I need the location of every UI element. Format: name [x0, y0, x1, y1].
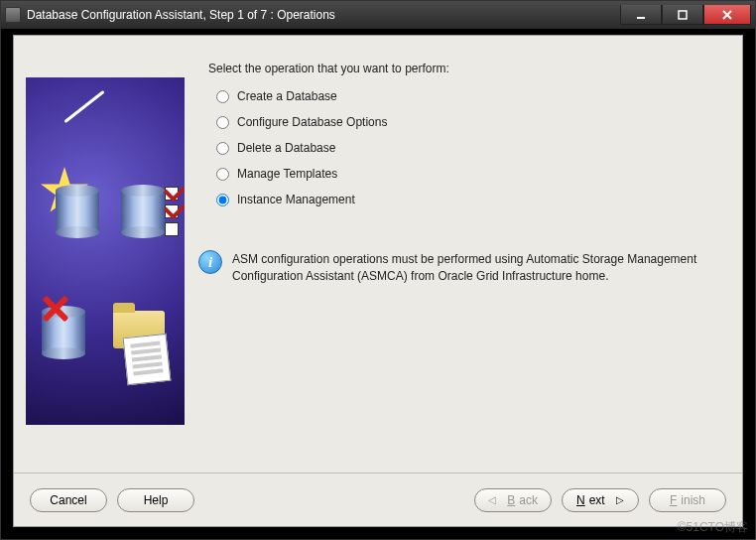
option-label: Delete a Database: [237, 141, 335, 155]
prompt-label: Select the operation that you want to pe…: [208, 62, 720, 75]
delete-x-icon: [42, 294, 69, 322]
info-text: ASM configuration operations must be per…: [232, 250, 720, 286]
maximize-button[interactable]: [662, 5, 703, 25]
back-button[interactable]: ◁ Back: [474, 488, 552, 512]
client-area: Select the operation that you want to pe…: [7, 29, 749, 533]
radio-configure-database[interactable]: [216, 116, 229, 129]
minimize-button[interactable]: [620, 5, 662, 25]
option-configure-database[interactable]: Configure Database Options: [216, 115, 720, 129]
button-bar: Cancel Help ◁ Back Next ▷ Finish: [14, 472, 742, 526]
option-label: Instance Management: [237, 193, 355, 206]
option-label: Configure Database Options: [237, 115, 387, 129]
finish-button: Finish: [649, 488, 726, 512]
content-area: Select the operation that you want to pe…: [13, 35, 743, 527]
radio-delete-database[interactable]: [216, 142, 229, 155]
next-button[interactable]: Next ▷: [562, 488, 639, 512]
chevron-left-icon: ◁: [488, 494, 496, 505]
form-area: Select the operation that you want to pe…: [185, 48, 730, 467]
option-delete-database[interactable]: Delete a Database: [216, 141, 720, 155]
help-button[interactable]: Help: [117, 488, 194, 512]
info-icon: i: [198, 250, 222, 274]
checkbox-icon: [165, 222, 179, 236]
database-icon: [56, 185, 99, 238]
operation-options: Create a Database Configure Database Opt…: [216, 89, 720, 206]
radio-instance-management[interactable]: [216, 194, 229, 206]
option-label: Create a Database: [237, 89, 337, 103]
document-icon: [123, 334, 172, 385]
window-controls: [620, 5, 751, 25]
app-window: Database Configuration Assistant, Step 1…: [0, 0, 756, 540]
checkbox-icon: [165, 204, 179, 218]
radio-manage-templates[interactable]: [216, 168, 229, 181]
close-button[interactable]: [703, 5, 751, 25]
app-icon: [5, 7, 21, 23]
option-create-database[interactable]: Create a Database: [216, 89, 720, 103]
wizard-illustration: [26, 77, 185, 425]
info-message: i ASM configuration operations must be p…: [198, 250, 720, 286]
svg-rect-1: [679, 11, 687, 19]
database-icon: [121, 185, 165, 238]
cancel-button[interactable]: Cancel: [30, 488, 107, 512]
window-title: Database Configuration Assistant, Step 1…: [27, 8, 620, 22]
main-panel: Select the operation that you want to pe…: [26, 48, 730, 467]
option-label: Manage Templates: [237, 167, 337, 181]
checklist-icon: [165, 187, 179, 236]
option-manage-templates[interactable]: Manage Templates: [216, 167, 720, 181]
titlebar[interactable]: Database Configuration Assistant, Step 1…: [1, 1, 755, 29]
wand-icon: [63, 90, 104, 123]
chevron-right-icon: ▷: [616, 494, 624, 505]
radio-create-database[interactable]: [216, 90, 229, 103]
option-instance-management[interactable]: Instance Management: [216, 193, 720, 206]
